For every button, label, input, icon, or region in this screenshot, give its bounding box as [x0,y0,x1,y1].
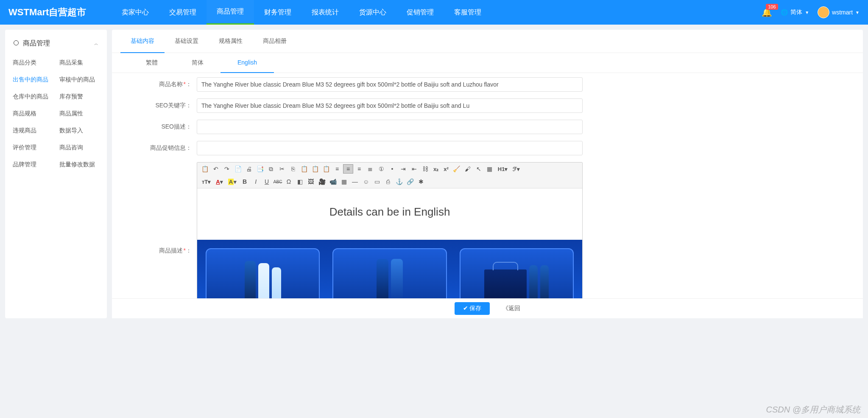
sidebar-section-toggle[interactable]: 商品管理 ︿ [10,36,102,55]
pagebreak-icon[interactable]: ⎙ [383,177,393,186]
print-icon[interactable]: 🖨 [244,164,254,174]
justify-icon[interactable]: ≣ [365,164,375,174]
seo-keywords-input[interactable] [197,98,583,113]
bold-icon[interactable]: B [240,177,250,186]
sidebar-item-4[interactable]: 仓库中的商品 [10,89,55,105]
product-name-input[interactable] [197,77,583,92]
paste-plain-icon[interactable]: 📄 [233,164,243,174]
underline-icon[interactable]: U [262,177,272,186]
font-size-icon[interactable]: тT▾ [200,177,213,186]
heading-icon[interactable]: H1▾ [496,164,510,174]
frame-icon[interactable]: ▭ [372,177,382,186]
nav-item-1[interactable]: 交易管理 [159,0,207,25]
sidebar-item-5[interactable]: 库存预警 [57,89,102,105]
sub-icon[interactable]: x₂ [431,164,441,174]
seo-description-input[interactable] [197,120,583,134]
italic-icon[interactable]: I [251,177,261,186]
tab-main-0[interactable]: 基础内容 [120,30,165,53]
image-icon[interactable]: 🖼 [306,177,316,186]
label-product-name: 商品名称*： [125,77,197,88]
nav-item-5[interactable]: 货源中心 [349,0,396,25]
sidebar-item-10[interactable]: 评价管理 [10,140,55,156]
nav-item-3[interactable]: 财务管理 [254,0,301,25]
sidebar-item-8[interactable]: 违规商品 [10,123,55,139]
broom-icon[interactable]: 🧹 [452,164,462,174]
align-left-icon[interactable]: ≡ [332,164,342,174]
source-icon[interactable]: ⧉ [266,164,276,174]
outdent-icon[interactable]: ⇤ [409,164,419,174]
chevron-up-icon: ︿ [94,41,98,47]
font-color-icon[interactable]: A▾ [214,177,225,186]
unlink-icon[interactable]: ⛓ [420,164,430,174]
undo-icon[interactable]: ↶ [211,164,221,174]
sidebar-item-12[interactable]: 品牌管理 [10,157,55,173]
ul-icon[interactable]: • [387,164,397,174]
tab-lang-0[interactable]: 繁體 [129,53,175,73]
link-icon[interactable]: 🔗 [405,177,415,186]
tab-main-1[interactable]: 基础设置 [165,30,209,53]
copy-icon[interactable]: ⎘ [288,164,298,174]
paste2-icon[interactable]: 📋 [299,164,309,174]
tab-lang-1[interactable]: 简体 [175,53,220,73]
format-icon[interactable]: 🖌 [463,164,473,174]
paste-word-icon[interactable]: 📋 [310,164,320,174]
header: WSTMart自营超市 卖家中心交易管理商品管理财务管理报表统计货源中心促销管理… [0,0,868,25]
cursor-icon[interactable]: ↖ [474,164,484,174]
align-right-icon[interactable]: ≡ [354,164,364,174]
nav-item-2[interactable]: 商品管理 [207,0,254,25]
notifications-badge: 106 [766,4,778,10]
strike-icon[interactable]: ABC [273,177,283,186]
select-all-icon[interactable]: ▦ [485,164,495,174]
sup-icon[interactable]: x² [441,164,451,174]
flash-icon[interactable]: 📹 [328,177,338,186]
cut-icon[interactable]: ✂ [277,164,287,174]
save-button[interactable]: ✔ 保存 [455,302,490,315]
charmap-icon[interactable]: Ω [284,177,294,186]
preview-icon[interactable]: 📑 [255,164,265,174]
nav-item-7[interactable]: 客服管理 [444,0,491,25]
media-icon[interactable]: 🎥 [317,177,327,186]
nav-item-0[interactable]: 卖家中心 [112,0,159,25]
paste-icon[interactable]: 📋 [200,164,210,174]
sidebar-item-0[interactable]: 商品分类 [10,55,55,71]
globe-icon: 🌐 [781,9,788,16]
redo-icon[interactable]: ↷ [222,164,232,174]
symbol-icon[interactable]: ✱ [416,177,426,186]
tab-main-2[interactable]: 规格属性 [209,30,253,53]
sidebar-item-9[interactable]: 数据导入 [57,123,102,139]
sidebar-item-3[interactable]: 审核中的商品 [57,72,102,88]
promotion-info-input[interactable] [197,141,583,155]
label-seo-description: SEO描述： [125,120,197,131]
nav-item-6[interactable]: 促销管理 [396,0,444,25]
back-button[interactable]: 《返回 [502,302,520,315]
ol-icon[interactable]: ① [376,164,386,174]
sidebar-item-2[interactable]: 出售中的商品 [10,72,55,88]
sidebar-item-11[interactable]: 商品咨询 [57,140,102,156]
avatar [818,6,829,18]
sidebar-item-7[interactable]: 商品属性 [57,106,102,122]
circle-icon [14,40,19,45]
emoji-icon[interactable]: ☺ [361,177,371,186]
sidebar-item-6[interactable]: 商品规格 [10,106,55,122]
table-icon[interactable]: ▦ [339,177,349,186]
sidebar-item-13[interactable]: 批量修改数据 [57,157,102,173]
language-selector[interactable]: 🌐 简体 ▼ [781,8,809,16]
tab-lang-2[interactable]: English [220,53,274,73]
eraser-icon[interactable]: ◧ [295,177,305,186]
user-menu[interactable]: wstmart ▼ [818,6,860,18]
clipboard-icon[interactable]: 📋 [321,164,331,174]
editor-body[interactable]: Details can be in English [197,188,582,298]
anchor-icon[interactable]: ⚓ [394,177,404,186]
tab-main-3[interactable]: 商品相册 [253,30,297,53]
product-image-3 [460,248,574,298]
hr-icon[interactable]: — [350,177,360,186]
align-center-icon[interactable]: ≡ [343,164,353,174]
nav-item-4[interactable]: 报表统计 [301,0,349,25]
sidebar-item-1[interactable]: 商品采集 [57,55,102,71]
indent-icon[interactable]: ⇥ [398,164,408,174]
tabs-main: 基础内容基础设置规格属性商品相册 [112,30,863,53]
highlight-icon[interactable]: A▾ [226,177,239,186]
notifications-button[interactable]: 🔔 106 [762,7,772,17]
font-family-icon[interactable]: ℱ▾ [511,164,522,174]
logo: WSTMart自营超市 [8,6,86,19]
